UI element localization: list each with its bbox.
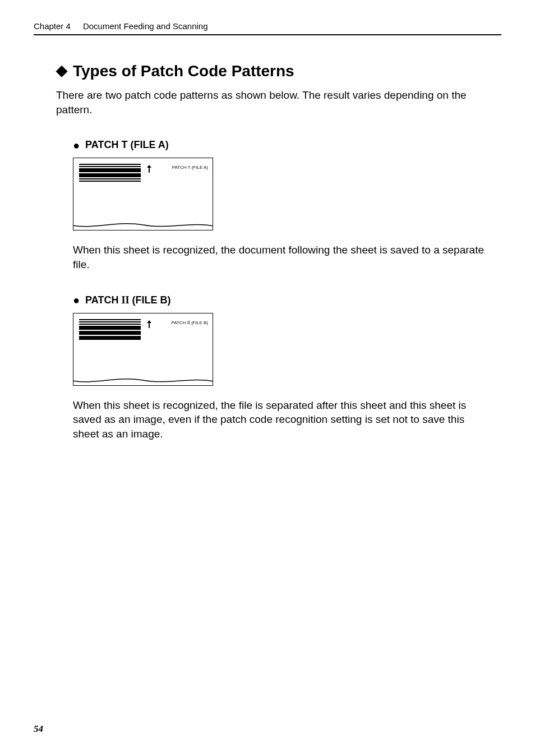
torn-edge-icon [73,222,213,231]
header-chapter: Chapter 4 [34,21,71,31]
bullet-icon: ● [73,140,80,151]
diamond-icon: ◆ [56,63,67,77]
patch-ii-heading-prefix: PATCH [85,294,121,306]
patch-t-description: When this sheet is recognized, the docum… [73,243,490,271]
patch-ii-heading-suffix: (FILE B) [129,294,170,306]
patch-ii-barcode-icon [79,319,141,340]
page-header: Chapter 4 Document Feeding and Scanning [34,21,501,35]
patch-ii-heading-text: PATCH II (FILE B) [85,294,170,306]
arrow-up-icon [146,165,152,174]
patch-t-figure: PATCH T (FILE A) [73,158,213,231]
patch-ii-description: When this sheet is recognized, the file … [73,398,490,441]
patch-ii-figure: PATCH II (FILE B) [73,313,213,386]
patch-t-figure-top: PATCH T (FILE A) [73,158,213,182]
section-title-text: Types of Patch Code Patterns [73,62,294,80]
patch-t-figure-label: PATCH T (FILE A) [172,165,208,170]
patch-ii-label-suffix: (FILE B) [190,320,208,325]
patch-ii-heading: ● PATCH II (FILE B) [73,294,490,306]
patch-t-block: ● PATCH T (FILE A) PATC [56,139,490,271]
page-container: Chapter 4 Document Feeding and Scanning … [0,0,535,441]
patch-t-barcode-icon [79,164,141,182]
patch-t-heading: ● PATCH T (FILE A) [73,139,490,151]
header-title: Document Feeding and Scanning [83,21,208,31]
content-area: ◆ Types of Patch Code Patterns There are… [34,62,501,441]
section-title: ◆ Types of Patch Code Patterns [56,62,490,80]
patch-ii-label-prefix: PATCH [172,320,187,325]
page-number: 54 [34,723,43,735]
bullet-icon: ● [73,294,80,306]
torn-edge-icon [73,377,213,386]
section-intro: There are two patch code patterns as sho… [56,88,490,117]
arrow-up-icon [146,320,152,330]
patch-t-heading-text: PATCH T (FILE A) [85,139,169,151]
patch-ii-block: ● PATCH II (FILE B) [56,294,490,441]
patch-ii-figure-label: PATCH II (FILE B) [172,320,209,325]
patch-ii-figure-top: PATCH II (FILE B) [73,314,213,340]
patch-ii-heading-roman: II [121,294,129,306]
